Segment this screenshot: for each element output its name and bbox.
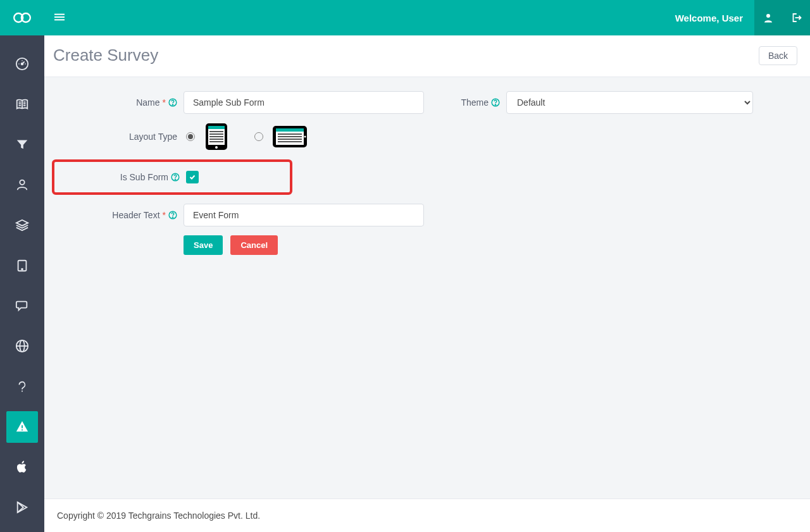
user-menu-button[interactable] bbox=[754, 0, 782, 35]
required-icon: * bbox=[163, 97, 166, 108]
svg-rect-32 bbox=[278, 141, 302, 142]
svg-rect-21 bbox=[209, 133, 223, 135]
help-icon[interactable] bbox=[168, 211, 177, 220]
cancel-button[interactable]: Cancel bbox=[230, 235, 278, 255]
welcome-text: Welcome, User bbox=[664, 13, 754, 23]
svg-rect-13 bbox=[22, 425, 23, 428]
sidebar-alert[interactable] bbox=[6, 411, 38, 443]
menu-toggle-button[interactable] bbox=[44, 12, 75, 24]
copyright-text: Copyright © 2019 Techgrains Technologies… bbox=[57, 510, 260, 521]
svg-rect-14 bbox=[22, 429, 23, 430]
headertext-input[interactable] bbox=[184, 204, 424, 226]
svg-rect-4 bbox=[54, 19, 65, 20]
back-button[interactable]: Back bbox=[759, 46, 797, 65]
svg-rect-23 bbox=[209, 139, 223, 140]
svg-point-16 bbox=[172, 104, 173, 105]
svg-point-8 bbox=[20, 180, 24, 185]
sidebar-book[interactable] bbox=[6, 89, 38, 120]
sidebar-chat[interactable] bbox=[6, 290, 38, 322]
subform-label: Is Sub Form bbox=[120, 172, 168, 182]
svg-point-33 bbox=[304, 136, 306, 138]
name-input[interactable] bbox=[184, 91, 424, 114]
footer: Copyright © 2019 Techgrains Technologies… bbox=[44, 498, 810, 532]
name-label: Name bbox=[136, 97, 159, 108]
subform-checkbox[interactable] bbox=[186, 171, 199, 183]
required-icon: * bbox=[163, 210, 166, 220]
headertext-label: Header Text bbox=[112, 210, 159, 220]
theme-label: Theme bbox=[461, 97, 489, 108]
svg-rect-24 bbox=[209, 141, 223, 142]
svg-rect-30 bbox=[278, 136, 302, 137]
sidebar-filter[interactable] bbox=[6, 129, 38, 161]
sidebar-globe[interactable] bbox=[6, 330, 38, 362]
svg-rect-2 bbox=[54, 13, 65, 15]
page-header: Create Survey Back bbox=[44, 35, 810, 77]
topbar: Welcome, User bbox=[0, 0, 810, 35]
svg-rect-3 bbox=[54, 16, 65, 18]
svg-point-5 bbox=[766, 14, 770, 18]
sidebar-layers[interactable] bbox=[6, 209, 38, 241]
help-icon[interactable] bbox=[168, 98, 177, 107]
svg-point-7 bbox=[22, 63, 23, 65]
sidebar-play[interactable] bbox=[6, 492, 38, 523]
layout-portrait-radio[interactable] bbox=[186, 132, 195, 141]
landscape-device-icon bbox=[272, 124, 308, 149]
sidebar-dashboard[interactable] bbox=[6, 48, 38, 80]
subform-highlight: Is Sub Form bbox=[52, 159, 292, 195]
sidebar-apple[interactable] bbox=[6, 452, 38, 483]
portrait-device-icon bbox=[204, 123, 229, 151]
svg-rect-20 bbox=[209, 131, 223, 132]
svg-rect-31 bbox=[278, 139, 302, 140]
svg-point-35 bbox=[175, 179, 175, 180]
layout-landscape-radio[interactable] bbox=[254, 132, 263, 141]
svg-point-10 bbox=[22, 268, 23, 269]
page-title: Create Survey bbox=[53, 46, 158, 65]
save-button[interactable]: Save bbox=[184, 235, 223, 255]
main-content: Create Survey Back Name* Layout Type bbox=[44, 35, 810, 532]
svg-point-25 bbox=[215, 146, 218, 149]
help-icon[interactable] bbox=[491, 98, 500, 107]
logout-button[interactable] bbox=[782, 0, 810, 35]
sidebar-user[interactable] bbox=[6, 169, 38, 201]
sidebar bbox=[0, 35, 44, 532]
svg-point-39 bbox=[495, 104, 495, 105]
sidebar-help[interactable] bbox=[6, 371, 38, 402]
svg-rect-19 bbox=[208, 126, 225, 129]
sidebar-tablet[interactable] bbox=[6, 250, 38, 281]
svg-point-37 bbox=[172, 217, 173, 218]
brand-logo bbox=[0, 0, 44, 35]
layout-type-label: Layout Type bbox=[129, 132, 177, 142]
svg-rect-28 bbox=[276, 128, 304, 132]
theme-select[interactable]: Default bbox=[506, 91, 753, 114]
svg-rect-22 bbox=[209, 136, 223, 137]
help-icon[interactable] bbox=[171, 173, 180, 182]
svg-rect-29 bbox=[278, 133, 302, 135]
